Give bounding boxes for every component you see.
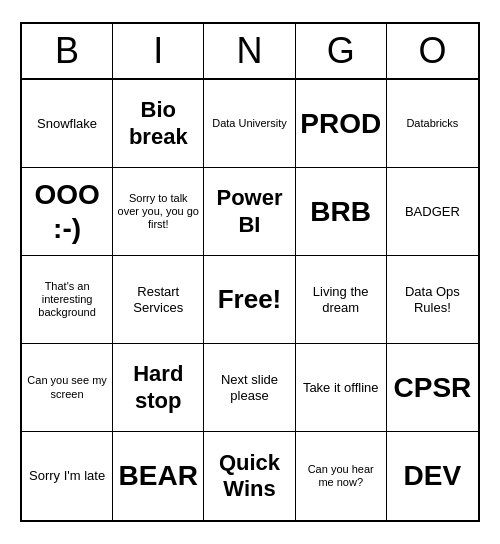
- bingo-cell: Can you hear me now?: [296, 432, 387, 520]
- bingo-cell: BRB: [296, 168, 387, 256]
- bingo-cell: Data University: [204, 80, 295, 168]
- bingo-cell: Free!: [204, 256, 295, 344]
- bingo-cell: BADGER: [387, 168, 478, 256]
- bingo-cell: Restart Services: [113, 256, 204, 344]
- bingo-cell: Hard stop: [113, 344, 204, 432]
- header-letter: I: [113, 24, 204, 78]
- bingo-cell: Sorry to talk over you, you go first!: [113, 168, 204, 256]
- header-letter: N: [204, 24, 295, 78]
- bingo-header: BINGO: [22, 24, 478, 80]
- bingo-cell: That's an interesting background: [22, 256, 113, 344]
- bingo-cell: Snowflake: [22, 80, 113, 168]
- bingo-cell: Sorry I'm late: [22, 432, 113, 520]
- bingo-card: BINGO SnowflakeBio breakData UniversityP…: [20, 22, 480, 522]
- bingo-cell: DEV: [387, 432, 478, 520]
- bingo-cell: Can you see my screen: [22, 344, 113, 432]
- bingo-cell: Databricks: [387, 80, 478, 168]
- bingo-cell: Bio break: [113, 80, 204, 168]
- bingo-cell: Living the dream: [296, 256, 387, 344]
- bingo-cell: Quick Wins: [204, 432, 295, 520]
- bingo-cell: Data Ops Rules!: [387, 256, 478, 344]
- bingo-cell: PROD: [296, 80, 387, 168]
- bingo-cell: OOO :-): [22, 168, 113, 256]
- bingo-cell: Take it offline: [296, 344, 387, 432]
- header-letter: G: [296, 24, 387, 78]
- bingo-cell: Next slide please: [204, 344, 295, 432]
- bingo-cell: BEAR: [113, 432, 204, 520]
- bingo-cell: Power BI: [204, 168, 295, 256]
- header-letter: B: [22, 24, 113, 78]
- bingo-cell: CPSR: [387, 344, 478, 432]
- header-letter: O: [387, 24, 478, 78]
- bingo-grid: SnowflakeBio breakData UniversityPRODDat…: [22, 80, 478, 520]
